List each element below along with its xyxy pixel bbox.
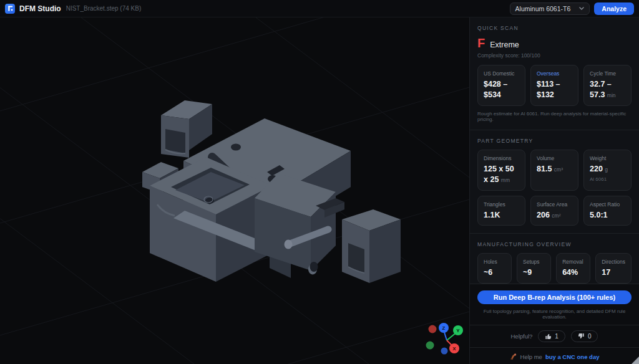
divider <box>470 347 639 348</box>
complexity-grade-label: Extreme <box>490 41 519 49</box>
helpful-label: Helpful? <box>511 333 533 340</box>
chevron-down-icon <box>579 7 584 10</box>
axis-neg-y-icon <box>426 342 434 350</box>
svg-text:Y: Y <box>456 328 460 333</box>
mfg-card-setups: Setups ~9 <box>517 253 551 284</box>
footer-help-text: Help me <box>520 353 542 360</box>
run-deep-analysis-button[interactable]: Run Deep B-rep Analysis (100+ rules) <box>477 290 632 304</box>
material-dropdown-value: Aluminum 6061-T6 <box>515 5 571 12</box>
svg-text:Z: Z <box>442 325 446 331</box>
app-logo-icon <box>5 4 15 14</box>
divider <box>470 233 639 234</box>
axis-neg-z-icon <box>441 348 448 355</box>
mechanical-arm-icon <box>510 353 517 360</box>
geometry-card-volume: Volume 81.5 cm³ <box>530 150 578 191</box>
buy-cnc-link[interactable]: buy a CNC one day <box>545 353 600 360</box>
axis-gizmo[interactable]: Z Y X <box>426 323 464 355</box>
cost-estimate-note: Rough estimate for Al 6061. Run deep ana… <box>477 111 632 122</box>
cost-card-cycle-time: Cycle Time 32.7 – 57.3 min <box>583 65 632 106</box>
svg-text:X: X <box>452 346 456 352</box>
app-title: DFM Studio <box>19 4 61 13</box>
part-model-canvas: Z Y X <box>0 17 469 364</box>
viewport-3d[interactable]: Z Y X <box>0 17 469 364</box>
cost-card-us-domestic: US Domestic $428 – $534 <box>477 65 525 106</box>
run-deep-analysis-subtext: Full topology parsing, feature recogniti… <box>477 309 632 320</box>
quick-scan-title: QUICK SCAN <box>477 25 632 31</box>
complexity-score: Complexity score: 100/100 <box>477 52 632 59</box>
thumbs-down-icon <box>578 333 585 340</box>
divider <box>470 130 639 130</box>
geometry-card-dimensions: Dimensions 125 x 50 x 25 mm <box>477 150 525 191</box>
analysis-panel: QUICK SCAN F Extreme Complexity score: 1… <box>469 17 639 364</box>
material-dropdown[interactable]: Aluminum 6061-T6 <box>510 2 590 15</box>
resize-grip[interactable] <box>632 357 639 364</box>
divider <box>470 325 639 325</box>
axis-neg-x-icon <box>429 325 437 333</box>
analysis-scroll-area[interactable]: QUICK SCAN F Extreme Complexity score: 1… <box>470 17 639 284</box>
analyze-button[interactable]: Analyze <box>594 2 634 15</box>
geometry-card-surface-area: Surface Area 206 cm² <box>530 196 578 226</box>
mfg-card-holes: Holes ~6 <box>477 253 512 284</box>
thumbs-up-button[interactable]: 1 <box>538 330 565 342</box>
thumbs-down-button[interactable]: 0 <box>571 330 598 342</box>
part-geometry-title: PART GEOMETRY <box>477 138 632 144</box>
mfg-card-directions: Directions 17 <box>595 253 632 284</box>
thumbs-up-icon <box>545 333 552 340</box>
complexity-grade: F <box>477 37 485 49</box>
manufacturing-overview-title: MANUFACTURING OVERVIEW <box>477 241 632 247</box>
cost-card-overseas: Overseas $113 – $132 <box>530 65 578 106</box>
geometry-card-weight: Weight 220 g Al 6061 <box>583 150 632 191</box>
loaded-file-name: NIST_Bracket.step (74 KB) <box>66 5 142 12</box>
part-model <box>142 100 401 283</box>
geometry-card-triangles: Triangles 1.1K <box>477 196 525 226</box>
top-bar: DFM Studio NIST_Bracket.step (74 KB) Alu… <box>0 0 639 17</box>
mfg-card-removal: Removal 64% <box>556 253 590 284</box>
geometry-card-aspect-ratio: Aspect Ratio 5.0:1 <box>583 196 632 226</box>
actions-panel: Run Deep B-rep Analysis (100+ rules) Ful… <box>470 284 639 364</box>
